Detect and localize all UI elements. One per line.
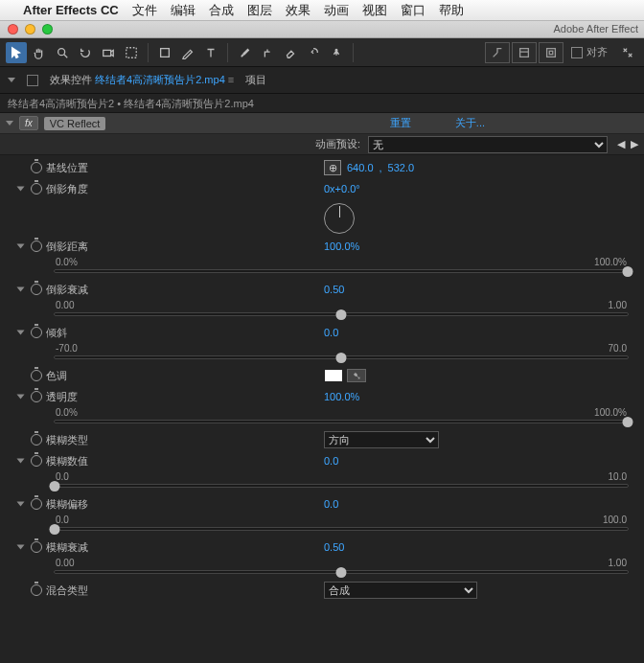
slider-thumb[interactable] [623, 417, 633, 427]
stopwatch-icon[interactable] [31, 327, 42, 338]
type-tool-icon[interactable] [200, 42, 221, 63]
param-value[interactable]: 0.50 [324, 284, 344, 295]
anchor-tool-icon[interactable] [121, 42, 142, 63]
rectangle-tool-icon[interactable] [154, 42, 175, 63]
stopwatch-icon[interactable] [31, 240, 42, 252]
panel-lock-icon[interactable] [27, 75, 38, 86]
param-blur-falloff: 模糊衰减 0.50 [0, 537, 644, 558]
stopwatch-icon[interactable] [31, 370, 42, 381]
menu-window[interactable]: 窗口 [401, 2, 426, 19]
hand-tool-icon[interactable] [29, 42, 50, 63]
about-link[interactable]: 关于... [455, 116, 485, 130]
menu-help[interactable]: 帮助 [439, 2, 464, 19]
twirl-icon[interactable] [17, 395, 25, 400]
camera-tool-icon[interactable] [98, 42, 119, 63]
twirl-icon[interactable] [17, 459, 25, 464]
crosshair-icon[interactable]: ⊕ [324, 160, 341, 175]
twirl-icon[interactable] [17, 331, 25, 335]
stopwatch-icon[interactable] [31, 434, 42, 446]
slider-thumb[interactable] [336, 353, 347, 363]
twirl-icon[interactable] [17, 287, 25, 292]
tab-effect-controls[interactable]: 效果控件 终结者4高清晰预告片2.mp4 ≡ [50, 73, 234, 87]
twirl-icon[interactable] [17, 545, 25, 550]
reset-link[interactable]: 重置 [390, 116, 411, 130]
tab-menu-icon[interactable]: ≡ [228, 74, 234, 85]
rotate-tool-icon[interactable] [75, 42, 96, 63]
param-value[interactable]: 0.0 [324, 498, 338, 510]
search-icon[interactable] [617, 42, 638, 63]
stopwatch-icon[interactable] [31, 541, 42, 553]
checkbox-icon[interactable] [571, 47, 583, 58]
param-label: 模糊类型 [46, 433, 324, 447]
zoom-icon[interactable] [42, 24, 53, 34]
param-value[interactable]: 0x+0.0° [324, 183, 360, 194]
app-menu[interactable]: After Effects CC [23, 3, 119, 17]
stopwatch-icon[interactable] [31, 498, 42, 510]
slider-thumb[interactable] [623, 266, 633, 277]
brush-tool-icon[interactable] [234, 42, 255, 63]
slider-thumb[interactable] [50, 524, 60, 535]
tab-project[interactable]: 项目 [245, 73, 266, 87]
stopwatch-icon[interactable] [31, 584, 42, 596]
workspace-button[interactable] [485, 42, 510, 63]
selection-tool-icon[interactable] [6, 42, 27, 63]
slider-falloff[interactable]: 0.001.00 [0, 300, 644, 322]
slider-thumb[interactable] [336, 309, 347, 320]
twirl-icon[interactable] [17, 244, 25, 249]
menu-edit[interactable]: 编辑 [171, 2, 196, 19]
slider-distance[interactable]: 0.0%100.0% [0, 257, 644, 279]
stopwatch-icon[interactable] [31, 162, 42, 173]
eraser-tool-icon[interactable] [280, 42, 301, 63]
param-value[interactable]: 0.0 [324, 455, 338, 467]
param-value-x[interactable]: 640.0 [347, 162, 374, 173]
slider-thumb[interactable] [50, 481, 60, 492]
workspace-button[interactable] [512, 42, 537, 63]
stopwatch-icon[interactable] [31, 284, 42, 295]
preset-select[interactable]: 无 [368, 136, 608, 153]
close-icon[interactable] [8, 24, 18, 34]
twirl-icon[interactable] [17, 502, 25, 507]
menu-anim[interactable]: 动画 [324, 2, 349, 19]
menu-effect[interactable]: 效果 [286, 2, 310, 19]
twirl-icon[interactable] [17, 187, 25, 192]
param-value[interactable]: 100.0% [324, 391, 359, 402]
workspace-button[interactable] [539, 42, 564, 63]
menu-layer[interactable]: 图层 [247, 2, 272, 19]
slider-opacity[interactable]: 0.0%100.0% [0, 407, 644, 429]
angle-dial[interactable] [324, 203, 355, 234]
stopwatch-icon[interactable] [31, 183, 42, 194]
slider-min: 0.00 [56, 300, 74, 310]
eyedropper-icon[interactable]: ➷ [347, 369, 366, 382]
slider-thumb[interactable] [336, 567, 347, 578]
panel-collapse-icon[interactable] [8, 78, 15, 82]
snap-label: 对齐 [586, 45, 608, 59]
blend-mode-select[interactable]: 合成 [324, 582, 477, 599]
effect-name[interactable]: VC Reflect [44, 117, 106, 130]
preset-prev-icon[interactable]: ◀ [617, 138, 625, 150]
effect-collapse-icon[interactable] [6, 121, 13, 126]
color-swatch[interactable] [324, 369, 343, 382]
slider-blur-amount[interactable]: 0.010.0 [0, 471, 644, 493]
clone-tool-icon[interactable] [257, 42, 278, 63]
roto-tool-icon[interactable] [303, 42, 324, 63]
snap-toggle[interactable]: 对齐 [571, 45, 608, 59]
stopwatch-icon[interactable] [31, 455, 42, 467]
param-value[interactable]: 0.0 [324, 327, 338, 338]
puppet-tool-icon[interactable] [326, 42, 347, 63]
slider-blur-falloff[interactable]: 0.001.00 [0, 558, 644, 580]
fx-toggle[interactable]: fx [19, 116, 38, 130]
minimize-icon[interactable] [25, 24, 35, 34]
slider-skew[interactable]: -70.070.0 [0, 343, 644, 365]
pen-tool-icon[interactable] [177, 42, 198, 63]
menu-view[interactable]: 视图 [362, 2, 387, 19]
param-value-y[interactable]: 532.0 [388, 162, 415, 173]
blur-type-select[interactable]: 方向 [324, 431, 439, 448]
preset-next-icon[interactable]: ▶ [631, 138, 638, 150]
zoom-tool-icon[interactable] [52, 42, 73, 63]
menu-comp[interactable]: 合成 [209, 2, 234, 19]
stopwatch-icon[interactable] [31, 391, 42, 402]
slider-blur-offset[interactable]: 0.0100.0 [0, 514, 644, 537]
param-value[interactable]: 0.50 [324, 541, 344, 553]
menu-file[interactable]: 文件 [132, 2, 157, 19]
param-value[interactable]: 100.0% [324, 240, 359, 252]
